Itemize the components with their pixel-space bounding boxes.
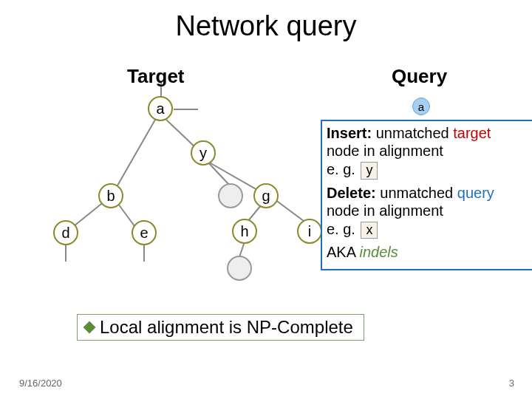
svg-line-1 bbox=[166, 120, 196, 148]
example-y: y bbox=[361, 162, 378, 180]
node-a: a bbox=[148, 96, 173, 121]
insert-line2: node in alignment bbox=[327, 142, 528, 160]
page-title: Network query bbox=[0, 10, 532, 42]
aka-line: AKA indels bbox=[327, 243, 528, 261]
node-blank-2 bbox=[227, 256, 252, 281]
svg-line-0 bbox=[115, 120, 155, 191]
node-blank-1 bbox=[218, 183, 243, 208]
node-h: h bbox=[232, 219, 257, 244]
info-panel: Insert: unmatched target node in alignme… bbox=[321, 120, 532, 270]
insert-example: e. g. y bbox=[327, 160, 528, 180]
footer-date: 9/16/2020 bbox=[19, 378, 62, 389]
node-g: g bbox=[253, 183, 279, 208]
insert-line: Insert: unmatched target bbox=[327, 124, 528, 142]
footer-page-number: 3 bbox=[509, 378, 514, 389]
delete-line2: node in alignment bbox=[327, 202, 528, 219]
query-heading: Query bbox=[392, 65, 447, 88]
node-y: y bbox=[191, 140, 216, 166]
delete-line: Delete: unmatched query bbox=[327, 184, 528, 202]
target-heading: Target bbox=[127, 65, 185, 88]
bullet-icon bbox=[83, 321, 96, 334]
node-e: e bbox=[132, 220, 157, 245]
node-d: d bbox=[53, 220, 78, 245]
bullet-local-alignment: Local alignment is NP-Complete bbox=[77, 314, 364, 341]
delete-example: e. g. x bbox=[327, 220, 528, 239]
svg-line-8 bbox=[275, 200, 307, 223]
query-node-a: a bbox=[412, 98, 430, 115]
node-b: b bbox=[98, 183, 123, 208]
example-x: x bbox=[361, 222, 378, 239]
node-i: i bbox=[297, 219, 322, 244]
svg-line-3 bbox=[207, 161, 229, 185]
